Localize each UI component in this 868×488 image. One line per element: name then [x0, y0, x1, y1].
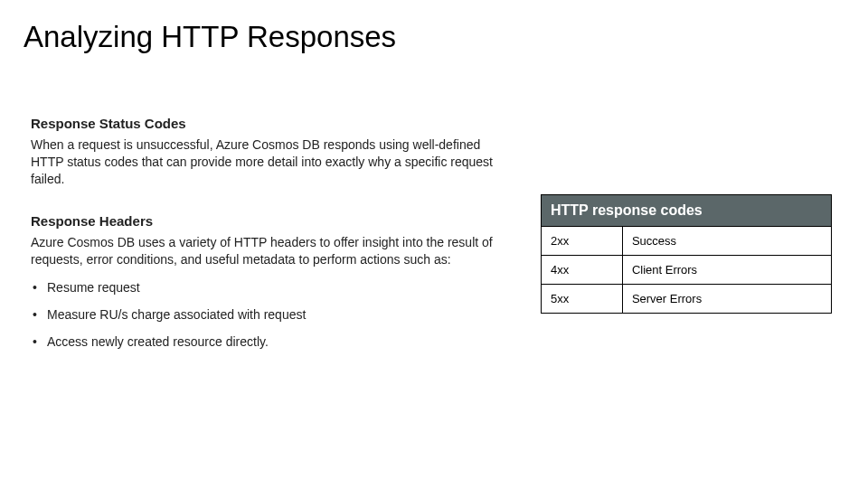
- section-heading-headers: Response Headers: [31, 213, 501, 229]
- table-header: HTTP response codes: [542, 195, 832, 227]
- list-item: Resume request: [33, 280, 501, 295]
- list-item: Access newly created resource directly.: [33, 334, 501, 349]
- section-body-status-codes: When a request is unsuccessful, Azure Co…: [31, 136, 501, 188]
- content-column: Response Status Codes When a request is …: [31, 116, 501, 361]
- cell-meaning: Success: [622, 227, 831, 256]
- table-row: 5xx Server Errors: [542, 285, 832, 314]
- cell-code: 4xx: [542, 256, 623, 285]
- table-row: 2xx Success: [542, 227, 832, 256]
- cell-meaning: Client Errors: [622, 256, 831, 285]
- slide-title: Analyzing HTTP Responses: [0, 0, 868, 54]
- section-body-headers: Azure Cosmos DB uses a variety of HTTP h…: [31, 234, 501, 268]
- response-codes-table: HTTP response codes 2xx Success 4xx Clie…: [541, 194, 832, 314]
- cell-code: 5xx: [542, 285, 623, 314]
- list-item: Measure RU/s charge associated with requ…: [33, 307, 501, 322]
- cell-meaning: Server Errors: [622, 285, 831, 314]
- slide: Analyzing HTTP Responses Response Status…: [0, 0, 868, 488]
- bullet-list: Resume request Measure RU/s charge assoc…: [31, 280, 501, 349]
- cell-code: 2xx: [542, 227, 623, 256]
- section-heading-status-codes: Response Status Codes: [31, 116, 501, 131]
- table-row: 4xx Client Errors: [542, 256, 832, 285]
